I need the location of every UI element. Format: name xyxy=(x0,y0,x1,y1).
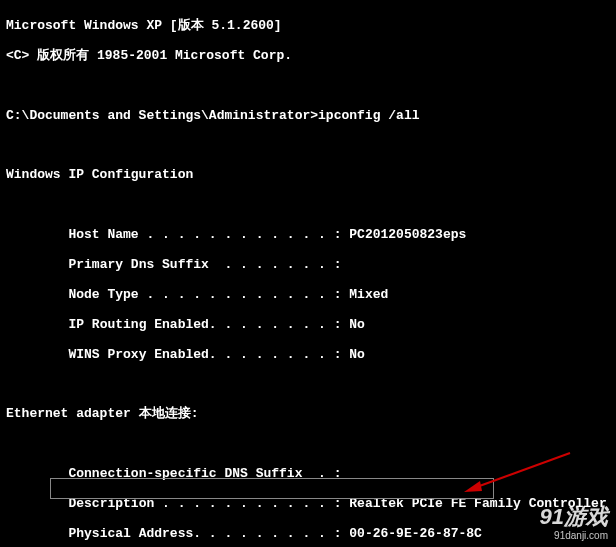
ethernet-title-name: 本地连接: xyxy=(139,406,199,421)
eth-dns-suffix-label: Connection-specific DNS Suffix . : xyxy=(68,466,341,481)
wins-proxy-label: WINS Proxy Enabled. . . . . . . . : xyxy=(68,347,341,362)
wins-proxy-row: WINS Proxy Enabled. . . . . . . . : No xyxy=(6,348,610,363)
ethernet-title-prefix: Ethernet adapter xyxy=(6,406,139,421)
eth-desc-row: Description . . . . . . . . . . . : Real… xyxy=(6,497,610,512)
ip-routing-value: No xyxy=(349,317,365,332)
ip-routing-row: IP Routing Enabled. . . . . . . . : No xyxy=(6,318,610,333)
blank xyxy=(6,198,610,213)
primary-dns-label: Primary Dns Suffix . . . . . . . : xyxy=(68,257,341,272)
section-title-ipconfig: Windows IP Configuration xyxy=(6,168,610,183)
prompt-line: C:\Documents and Settings\Administrator>… xyxy=(6,109,610,124)
watermark: 91游戏 91danji.com xyxy=(540,504,608,541)
blank xyxy=(6,138,610,153)
blank xyxy=(6,377,610,392)
watermark-brand: 91游戏 xyxy=(540,504,608,529)
host-name-value: PC2012050823eps xyxy=(349,227,466,242)
ip-routing-label: IP Routing Enabled. . . . . . . . : xyxy=(68,317,341,332)
eth-desc-label: Description . . . . . . . . . . . : xyxy=(68,496,341,511)
primary-dns-row: Primary Dns Suffix . . . . . . . : xyxy=(6,258,610,273)
blank xyxy=(6,437,610,452)
host-name-row: Host Name . . . . . . . . . . . . : PC20… xyxy=(6,228,610,243)
host-name-label: Host Name . . . . . . . . . . . . : xyxy=(68,227,341,242)
ethernet-title: Ethernet adapter 本地连接: xyxy=(6,407,610,422)
terminal-output[interactable]: Microsoft Windows XP [版本 5.1.2600] <C> 版… xyxy=(0,0,616,547)
header-line-1: Microsoft Windows XP [版本 5.1.2600] xyxy=(6,19,610,34)
eth-dns-suffix-row: Connection-specific DNS Suffix . : xyxy=(6,467,610,482)
node-type-value: Mixed xyxy=(349,287,388,302)
eth-phys-label: Physical Address. . . . . . . . . : xyxy=(68,526,341,541)
watermark-url: 91danji.com xyxy=(540,530,608,542)
node-type-row: Node Type . . . . . . . . . . . . : Mixe… xyxy=(6,288,610,303)
node-type-label: Node Type . . . . . . . . . . . . : xyxy=(68,287,341,302)
blank xyxy=(6,79,610,94)
eth-phys-value: 00-26-9E-26-87-8C xyxy=(349,526,482,541)
header-line-2: <C> 版权所有 1985-2001 Microsoft Corp. xyxy=(6,49,610,64)
prompt-path: C:\Documents and Settings\Administrator> xyxy=(6,108,318,123)
prompt-command: ipconfig /all xyxy=(318,108,419,123)
wins-proxy-value: No xyxy=(349,347,365,362)
eth-phys-row: Physical Address. . . . . . . . . : 00-2… xyxy=(6,527,610,542)
